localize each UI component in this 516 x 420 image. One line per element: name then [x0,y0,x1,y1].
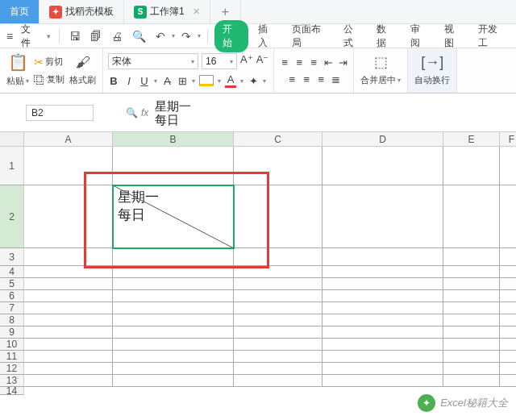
menu-start[interactable]: 开始 [214,20,248,52]
copy-button[interactable]: ⿻复制 [32,72,66,88]
format-painter-icon[interactable]: 🖌 [76,54,90,71]
italic-button[interactable]: I [123,75,135,87]
col-header[interactable]: F [500,132,516,147]
tab-templates[interactable]: ✦ 找稻壳模板 [40,0,124,23]
bold-button[interactable]: B [108,75,119,87]
row-header[interactable]: 6 [0,290,24,302]
paste-icon[interactable]: 📋 [8,52,28,72]
formula-input[interactable]: 星期一 每日 [155,99,191,127]
strike-button[interactable]: A̶ [161,75,173,87]
align-bottom-icon[interactable]: ≡ [308,56,319,69]
col-header[interactable]: C [234,132,322,147]
align-top-icon[interactable]: ≡ [279,56,290,69]
wrap-text-button[interactable]: 自动换行 [413,73,452,88]
menu-file[interactable]: 文件 [18,23,42,50]
indent-inc-icon[interactable]: ⇥ [337,56,348,69]
chevron-down-icon[interactable]: ▾ [45,32,52,40]
print-preview-icon[interactable]: 🔍 [129,30,149,43]
chevron-down-icon: ▾ [230,58,233,65]
fx-label[interactable]: fx [141,107,148,119]
print-icon[interactable]: 🖨 [108,30,126,43]
decrease-font-icon[interactable]: A⁻ [256,53,269,69]
merge-icon[interactable]: ⬚ [374,53,388,71]
wrap-icon[interactable]: [→] [421,54,443,71]
doctype-icon: ✦ [49,6,62,19]
save-as-icon[interactable]: 🗐 [87,30,105,43]
font-family-select[interactable]: 宋体▾ [108,53,198,69]
column-headers: A B C D E F [24,132,516,147]
wechat-icon: ✦ [418,394,435,412]
select-all-corner[interactable] [0,132,24,147]
indent-dec-icon[interactable]: ⇤ [322,56,334,69]
formula-bar: B2 🔍 fx 星期一 每日 [0,94,516,132]
menu-review[interactable]: 审阅 [404,23,435,50]
align-middle-icon[interactable]: ≡ [293,56,305,69]
col-header[interactable]: E [443,132,500,147]
menu-insert[interactable]: 插入 [252,23,282,50]
format-painter-button[interactable]: 格式刷 [68,73,98,88]
ribbon: 📋 粘贴▾ ✂剪切 ⿻复制 🖌 格式刷 宋体▾ 16▾ A⁺ A⁻ B I U▾… [0,48,516,94]
tab-home-label: 首页 [10,5,29,19]
phonetic-button[interactable]: ✦ [248,75,259,87]
save-icon[interactable]: 🖫 [66,30,84,43]
row-header[interactable]: 3 [0,248,24,266]
undo-icon[interactable]: ↶ [152,30,169,43]
menu-bar: ≡ 文件 ▾ 🖫 🗐 🖨 🔍 ↶▾ ↷▾ 开始 插入 页面布局 公式 数据 审阅… [0,24,516,48]
close-icon[interactable]: ✕ [193,6,200,17]
cell-area[interactable] [24,147,516,387]
scissors-icon: ✂ [34,56,44,69]
chevron-down-icon[interactable]: ▾ [172,32,175,40]
tab-workbook[interactable]: S 工作簿1 ✕ [124,0,210,23]
cut-button[interactable]: ✂剪切 [32,54,64,70]
ribbon-align: ≡ ≡ ≡ ⇤ ⇥ ≡ ≡ ≡ ≣ [274,48,354,93]
col-header[interactable]: A [24,132,113,147]
font-size-select[interactable]: 16▾ [202,53,237,69]
menu-data[interactable]: 数据 [370,23,401,50]
align-left-icon[interactable]: ≡ [286,73,298,85]
row-header[interactable]: 9 [0,326,24,339]
chevron-down-icon: ▾ [191,58,194,65]
ribbon-clipboard: 📋 粘贴▾ ✂剪切 ⿻复制 🖌 格式刷 [0,48,103,93]
row-header[interactable]: 14 [0,387,24,395]
increase-font-icon[interactable]: A⁺ [240,53,253,69]
col-header[interactable]: D [322,132,443,147]
merge-center-button[interactable]: 合并居中▾ [359,73,402,88]
watermark: ✦ Excel秘籍大全 [418,394,508,412]
search-icon[interactable]: 🔍 [126,107,138,119]
row-header[interactable]: 11 [0,351,24,363]
row-header[interactable]: 7 [0,302,24,314]
row-header[interactable]: 10 [0,339,24,351]
border-button[interactable]: ⊞ [177,75,188,87]
menu-layout[interactable]: 页面布局 [285,23,334,50]
chevron-down-icon[interactable]: ▾ [198,32,201,40]
ribbon-wrap: [→] 自动换行 [408,48,457,93]
menu-icon[interactable]: ≡ [5,30,15,43]
tab-home[interactable]: 首页 [0,0,40,23]
menu-formula[interactable]: 公式 [337,23,368,50]
ribbon-font: 宋体▾ 16▾ A⁺ A⁻ B I U▾ A̶ ⊞▾ ▾ A▾ ✦▾ [103,48,274,93]
underline-button[interactable]: U [139,75,150,87]
row-header[interactable]: 5 [0,278,24,290]
row-header[interactable]: 8 [0,314,24,326]
align-center-icon[interactable]: ≡ [301,73,312,85]
app-tab-bar: 首页 ✦ 找稻壳模板 S 工作簿1 ✕ + [0,0,516,24]
redo-icon[interactable]: ↷ [178,30,194,43]
row-header[interactable]: 1 [0,147,24,185]
cell-b2-content: 星期一 每日 [118,189,159,224]
font-color-button[interactable]: A [225,73,236,88]
fill-color-button[interactable] [199,75,214,86]
plus-icon: + [222,5,229,19]
col-header[interactable]: B [113,132,234,147]
name-box[interactable]: B2 [26,105,94,121]
spreadsheet-grid[interactable]: A B C D E F 1 2 3 4 5 6 7 8 9 10 11 12 1… [0,132,516,420]
distribute-icon[interactable]: ≣ [330,73,341,85]
copy-icon: ⿻ [34,73,45,86]
menu-dev[interactable]: 开发工 [472,23,511,50]
row-header[interactable]: 4 [0,266,24,278]
row-header[interactable]: 2 [0,185,24,248]
row-header[interactable]: 12 [0,363,24,375]
menu-view[interactable]: 视图 [438,23,468,50]
ribbon-merge: ⬚ 合并居中▾ [354,48,408,93]
align-right-icon[interactable]: ≡ [315,73,327,85]
paste-button[interactable]: 粘贴▾ [5,73,31,89]
